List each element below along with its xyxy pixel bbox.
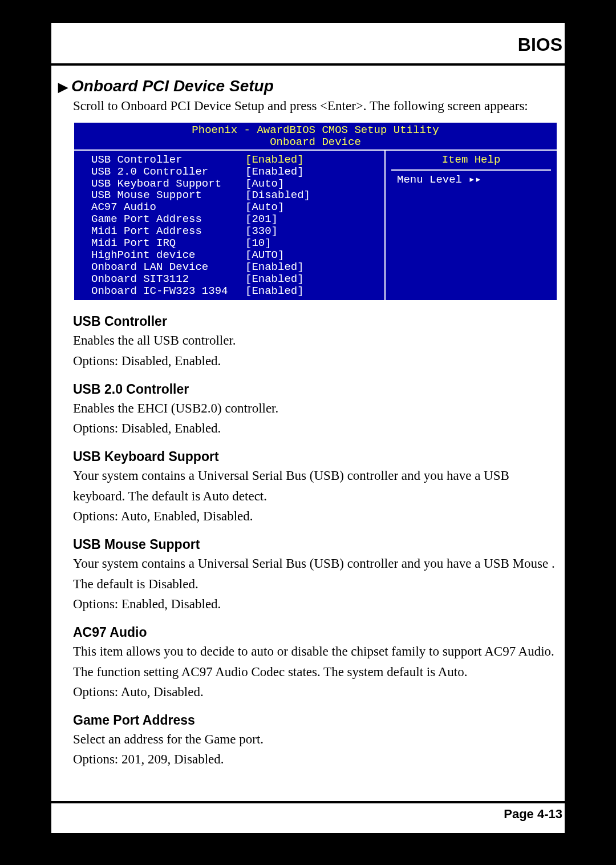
item-heading: USB Mouse Support — [73, 537, 558, 552]
bios-setting-value: [Auto] — [245, 201, 284, 213]
page-header: BIOS — [51, 34, 565, 66]
descriptions-block: USB ControllerEnables the all USB contro… — [73, 314, 558, 770]
triangle-right-icon: ▶ — [58, 80, 68, 95]
bios-help-panel: Item Help Menu Level ▸▸ — [386, 149, 557, 301]
item-body-line: Options: Disabled, Enabled. — [73, 418, 558, 439]
bios-setting-row: USB 2.0 Controller[Enabled] — [91, 166, 379, 178]
bios-setting-value: [10] — [245, 237, 271, 249]
bios-title-line2: Onboard Device — [74, 136, 557, 148]
item-body-line: Options: 201, 209, Disabled. — [73, 749, 558, 770]
bios-setting-label: Midi Port IRQ — [91, 237, 245, 249]
bios-setting-value: [Enabled] — [245, 154, 304, 166]
page-number: Page 4-13 — [51, 803, 565, 822]
bios-setting-value: [201] — [245, 213, 278, 225]
bios-setting-row: Onboard LAN Device[Enabled] — [91, 261, 379, 273]
bios-setting-value: [Enabled] — [245, 285, 304, 297]
page-footer: Page 4-13 — [51, 795, 565, 822]
bios-setting-row: Onboard SIT3112[Enabled] — [91, 273, 379, 285]
bios-setting-row: USB Controller[Enabled] — [91, 154, 379, 166]
document-page: BIOS ▶Onboard PCI Device Setup Scroll to… — [51, 23, 565, 833]
bios-setting-label: USB Keyboard Support — [91, 178, 245, 190]
bios-setting-value: [Auto] — [245, 178, 284, 190]
item-body-line: Options: Enabled, Disabled. — [73, 594, 558, 615]
bios-screenshot: Phoenix - AwardBIOS CMOS Setup Utility O… — [73, 122, 558, 301]
item-body-line: Your system contains a Universal Serial … — [73, 553, 558, 594]
bios-setting-label: AC97 Audio — [91, 201, 245, 213]
bios-setting-row: USB Keyboard Support[Auto] — [91, 178, 379, 190]
page-content: ▶Onboard PCI Device Setup Scroll to Onbo… — [51, 66, 565, 770]
item-body-line: Options: Auto, Disabled. — [73, 682, 558, 702]
bios-setting-row: Midi Port IRQ[10] — [91, 237, 379, 249]
item-heading: AC97 Audio — [73, 625, 558, 640]
item-body-line: Enables the EHCI (USB2.0) controller. — [73, 398, 558, 419]
bios-setting-row: Game Port Address[201] — [91, 213, 379, 225]
bios-title: Phoenix - AwardBIOS CMOS Setup Utility O… — [74, 123, 557, 149]
section-title-text: Onboard PCI Device Setup — [71, 77, 274, 95]
item-body-line: Enables the all USB controller. — [73, 330, 558, 351]
bios-menu-level: Menu Level ▸▸ — [391, 174, 551, 186]
item-body-line: Select an address for the Game port. — [73, 729, 558, 750]
header-title: BIOS — [51, 34, 565, 58]
bios-setting-value: [Enabled] — [245, 261, 304, 273]
bios-setting-value: [330] — [245, 225, 278, 237]
section-title: ▶Onboard PCI Device Setup — [58, 77, 558, 95]
bios-setting-label: Game Port Address — [91, 213, 245, 225]
bios-setting-value: [Disabled] — [245, 189, 310, 201]
item-heading: Game Port Address — [73, 713, 558, 728]
bios-setting-row: Midi Port Address[330] — [91, 225, 379, 237]
item-body-line: Options: Disabled, Enabled. — [73, 351, 558, 371]
item-body-line: This item allows you to decide to auto o… — [73, 641, 558, 682]
bios-setting-label: HighPoint device — [91, 249, 245, 261]
item-heading: USB 2.0 Controller — [73, 382, 558, 397]
bios-setting-label: USB 2.0 Controller — [91, 166, 245, 178]
item-heading: USB Controller — [73, 314, 558, 329]
bios-setting-label: USB Mouse Support — [91, 189, 245, 201]
bios-setting-value: [AUTO] — [245, 249, 284, 261]
bios-setting-label: Midi Port Address — [91, 225, 245, 237]
item-body-line: Options: Auto, Enabled, Disabled. — [73, 506, 558, 527]
bios-body: USB Controller[Enabled]USB 2.0 Controlle… — [74, 149, 557, 301]
item-heading: USB Keyboard Support — [73, 449, 558, 464]
item-body-line: Your system contains a Universal Serial … — [73, 466, 558, 506]
bios-setting-label: Onboard LAN Device — [91, 261, 245, 273]
bios-setting-label: Onboard IC-FW323 1394 — [91, 285, 245, 297]
bios-setting-row: AC97 Audio[Auto] — [91, 201, 379, 213]
bios-item-help: Item Help — [391, 154, 551, 171]
section-intro: Scroll to Onboard PCI Device Setup and p… — [73, 99, 558, 114]
bios-settings-list: USB Controller[Enabled]USB 2.0 Controlle… — [74, 149, 386, 301]
bios-setting-row: HighPoint device[AUTO] — [91, 249, 379, 261]
bios-setting-value: [Enabled] — [245, 273, 304, 285]
bios-setting-row: USB Mouse Support[Disabled] — [91, 189, 379, 201]
bios-setting-label: USB Controller — [91, 154, 245, 166]
bios-setting-row: Onboard IC-FW323 1394[Enabled] — [91, 285, 379, 297]
bios-title-line1: Phoenix - AwardBIOS CMOS Setup Utility — [74, 124, 557, 136]
bios-setting-value: [Enabled] — [245, 166, 304, 178]
bios-setting-label: Onboard SIT3112 — [91, 273, 245, 285]
